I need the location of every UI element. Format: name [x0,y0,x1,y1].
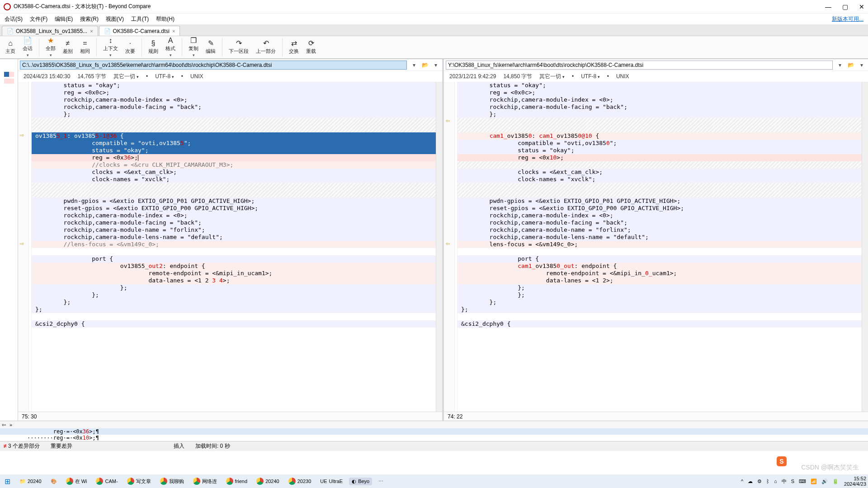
right-enc[interactable]: UTF-8 [581,73,600,80]
code-line[interactable]: reg = <0x36>; [32,154,436,161]
code-line[interactable] [458,161,862,169]
code-line[interactable]: }; [32,111,436,118]
code-line[interactable]: rockchip,camera-module-lens-name = "defa… [458,234,862,241]
code-line[interactable]: ov13855_1: ov13855-1@36 { [32,132,436,140]
left-eol[interactable]: UNIX [190,73,203,80]
right-eol[interactable]: UNIX [616,73,629,80]
code-line[interactable]: pwdn-gpios = <&extio EXTIO_GPIO_P01 GPIO… [458,197,862,205]
left-dropdown-icon[interactable]: ▾ [410,61,419,70]
menu-item[interactable]: 视图(V) [106,15,124,23]
taskbar-item[interactable]: 20230 [286,477,314,486]
left-enc[interactable]: UTF-8 [155,73,174,80]
taskbar-item[interactable]: ⋯ [376,478,386,485]
left-other[interactable]: 其它一切 [113,73,139,80]
code-line[interactable] [32,118,436,125]
code-line[interactable]: ov13855_out2: endpoint { [32,263,436,270]
right-code[interactable]: ⇦⇦ status = "okay"; reg = <0x0c>; rockch… [444,82,868,412]
code-line[interactable] [32,248,436,255]
merge-left-arrow-icon[interactable]: ⇦ [2,422,6,428]
code-line[interactable]: rockchip,camera-module-facing = "back"; [32,103,436,111]
code-line[interactable]: rockchip,camera-module-index = <0>; [458,212,862,219]
left-open-icon[interactable]: 📂 [420,61,429,70]
code-line[interactable] [32,183,436,190]
left-browse-icon[interactable]: ▾ [431,61,440,70]
code-line[interactable]: rockchip,camera-module-facing = "back"; [32,219,436,226]
code-line[interactable]: remote-endpoint = <&mipi_in_0_ucam1>; [458,270,862,277]
close-icon[interactable]: × [90,28,93,34]
menu-item[interactable]: 会话(S) [5,15,23,23]
code-line[interactable]: &csi2_dcphy0 { [458,320,862,328]
code-line[interactable]: clocks = <&ext_cam_clk>; [32,169,436,176]
toolbar-差别[interactable]: ≠差别 [60,39,75,56]
code-line[interactable]: rockchip,camera-module-name = "forlinx"; [32,226,436,234]
merge-nav-icon[interactable]: » [9,422,12,427]
code-line[interactable]: clock-names = "xvclk"; [32,176,436,183]
code-line[interactable] [458,118,862,125]
code-line[interactable] [458,190,862,197]
code-line[interactable]: reg = <0x0c>; [32,89,436,96]
tray-icon[interactable]: 中 [782,478,787,485]
right-browse-icon[interactable]: ▾ [857,61,866,70]
code-line[interactable] [458,313,862,320]
code-line[interactable] [458,248,862,255]
close-button[interactable]: ✕ [859,3,864,10]
menu-item[interactable]: 编辑(E) [55,15,73,23]
code-line[interactable]: }; [32,306,436,313]
maximize-button[interactable]: ▢ [842,3,848,10]
code-line[interactable] [32,190,436,197]
menu-item[interactable]: 文件(F) [30,15,47,23]
code-line[interactable]: }; [32,284,436,291]
tray-icon[interactable]: ☁ [748,479,753,484]
code-line[interactable]: pwdn-gpios = <&extio EXTIO_GPIO_P01 GPIO… [32,197,436,205]
toolbar-格式[interactable]: A格式 [163,36,178,58]
left-path-input[interactable] [20,61,407,70]
code-line[interactable]: }; [32,299,436,306]
taskbar-item[interactable]: 📁20240 [17,478,44,485]
taskbar-item[interactable]: friend [223,477,250,486]
code-line[interactable]: data-lanes = <1 2 3 4>; [32,277,436,284]
code-line[interactable]: rockchip,camera-module-index = <0>; [458,96,862,103]
right-path-input[interactable] [446,61,833,70]
menu-item[interactable]: 搜索(R) [80,15,99,23]
taskbar-item[interactable]: 网络连 [190,477,220,486]
code-line[interactable] [458,183,862,190]
code-line[interactable]: remote-endpoint = <&mipi_in_ucam1>; [32,270,436,277]
minimize-button[interactable]: — [825,3,831,10]
tray-icon[interactable]: S [791,479,794,484]
code-line[interactable]: }; [458,291,862,299]
code-line[interactable]: status = "okay"; [458,147,862,154]
code-line[interactable]: rockchip,camera-module-name = "forlinx"; [458,226,862,234]
menu-item[interactable]: 帮助(H) [156,15,175,23]
code-line[interactable]: status = "okay"; [32,82,436,89]
tray-icon[interactable]: ⚙ [757,479,762,484]
code-line[interactable]: rockchip,camera-module-index = <0>; [32,212,436,219]
toolbar-编辑[interactable]: ✎编辑 [203,39,218,56]
tray-icon[interactable]: ⌨ [799,479,806,484]
toolbar-交换[interactable]: ⇄交换 [286,39,302,56]
sogou-ime-icon[interactable]: S [777,456,787,466]
code-line[interactable]: reset-gpios = <&extio EXTIO_GPIO_P00 GPI… [458,205,862,212]
taskbar-item[interactable]: 在 Wi [63,477,90,486]
toolbar-复制[interactable]: ❐复制 [186,36,201,58]
right-other[interactable]: 其它一切 [539,73,565,80]
code-line[interactable]: }; [458,284,862,291]
right-open-icon[interactable]: 📂 [846,61,855,70]
taskbar-item[interactable]: 20240 [254,477,282,486]
toolbar-次要[interactable]: ·次要 [123,39,138,56]
code-line[interactable]: cam1_ov13850_out: endpoint { [458,263,862,270]
tray-icon[interactable]: ^ [741,479,743,484]
taskbar-item[interactable]: ◐Beyo [349,478,372,485]
toolbar-主页[interactable]: ⌂主页 [3,39,18,56]
code-line[interactable] [32,125,436,132]
code-line[interactable]: }; [458,306,862,313]
code-line[interactable]: status = "okay"; [458,82,862,89]
code-line[interactable]: clock-names = "xvclk"; [458,176,862,183]
new-version-link[interactable]: 新版本可用... [832,15,863,23]
menu-item[interactable]: 工具(T) [131,15,149,23]
code-line[interactable]: status = "okay"; [32,147,436,154]
left-code[interactable]: ⇨⇨ status = "okay"; reg = <0x0c>; rockch… [18,82,442,412]
code-line[interactable]: }; [32,291,436,299]
taskbar-item[interactable]: 写文章 [124,477,154,486]
toolbar-会话[interactable]: 📄会话 [20,36,35,58]
toolbar-上一部分[interactable]: ↶上一部分 [253,39,278,56]
